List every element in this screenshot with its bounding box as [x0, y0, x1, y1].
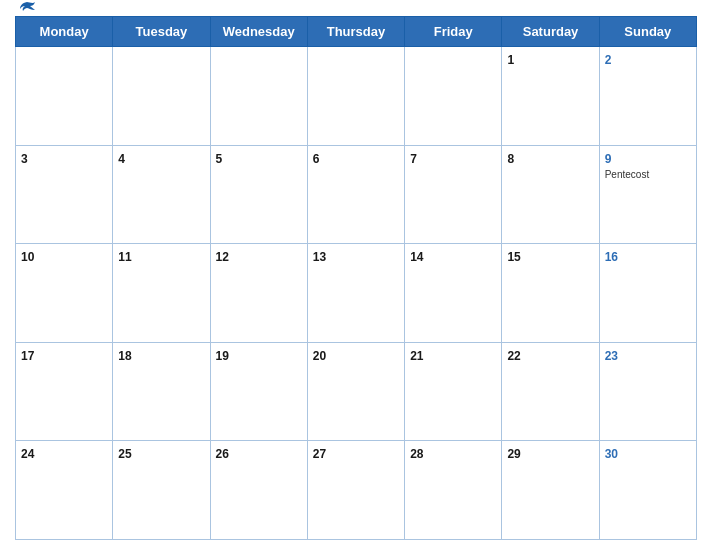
day-number: 6	[313, 152, 320, 166]
day-number: 18	[118, 349, 131, 363]
calendar-cell: 29	[502, 441, 599, 540]
week-row-3: 10111213141516	[16, 244, 697, 343]
day-number: 23	[605, 349, 618, 363]
day-number: 15	[507, 250, 520, 264]
calendar-cell: 25	[113, 441, 210, 540]
calendar-cell	[307, 47, 404, 146]
day-number: 3	[21, 152, 28, 166]
day-number: 24	[21, 447, 34, 461]
calendar-cell: 2	[599, 47, 696, 146]
calendar-cell: 14	[405, 244, 502, 343]
calendar-cell	[210, 47, 307, 146]
calendar-cell: 13	[307, 244, 404, 343]
day-number: 13	[313, 250, 326, 264]
day-number: 11	[118, 250, 131, 264]
calendar-cell: 21	[405, 342, 502, 441]
day-number: 7	[410, 152, 417, 166]
weekday-header-thursday: Thursday	[307, 17, 404, 47]
calendar-cell: 17	[16, 342, 113, 441]
weekday-header-sunday: Sunday	[599, 17, 696, 47]
weekday-header-friday: Friday	[405, 17, 502, 47]
calendar-cell: 27	[307, 441, 404, 540]
calendar-cell	[16, 47, 113, 146]
day-number: 1	[507, 53, 514, 67]
logo	[15, 0, 37, 20]
calendar-table: MondayTuesdayWednesdayThursdayFridaySatu…	[15, 16, 697, 540]
day-number: 21	[410, 349, 423, 363]
calendar-cell: 4	[113, 145, 210, 244]
day-number: 14	[410, 250, 423, 264]
calendar-cell: 6	[307, 145, 404, 244]
calendar-cell	[113, 47, 210, 146]
calendar-cell: 23	[599, 342, 696, 441]
calendar-cell: 3	[16, 145, 113, 244]
day-number: 26	[216, 447, 229, 461]
calendar-cell: 22	[502, 342, 599, 441]
day-number: 25	[118, 447, 131, 461]
logo-bird-icon	[17, 0, 37, 20]
calendar-cell: 1	[502, 47, 599, 146]
week-row-5: 24252627282930	[16, 441, 697, 540]
calendar-cell: 24	[16, 441, 113, 540]
day-number: 9	[605, 152, 612, 166]
calendar-cell: 5	[210, 145, 307, 244]
calendar-cell: 26	[210, 441, 307, 540]
day-number: 20	[313, 349, 326, 363]
calendar-cell: 15	[502, 244, 599, 343]
day-number: 12	[216, 250, 229, 264]
day-number: 17	[21, 349, 34, 363]
day-number: 2	[605, 53, 612, 67]
weekday-header-row: MondayTuesdayWednesdayThursdayFridaySatu…	[16, 17, 697, 47]
week-row-1: 12	[16, 47, 697, 146]
calendar-cell: 9Pentecost	[599, 145, 696, 244]
calendar-cell: 7	[405, 145, 502, 244]
day-number: 5	[216, 152, 223, 166]
calendar-cell: 30	[599, 441, 696, 540]
week-row-4: 17181920212223	[16, 342, 697, 441]
weekday-header-saturday: Saturday	[502, 17, 599, 47]
day-number: 28	[410, 447, 423, 461]
day-number: 30	[605, 447, 618, 461]
weekday-header-monday: Monday	[16, 17, 113, 47]
calendar-cell: 28	[405, 441, 502, 540]
day-number: 19	[216, 349, 229, 363]
week-row-2: 3456789Pentecost	[16, 145, 697, 244]
calendar-cell: 11	[113, 244, 210, 343]
day-number: 27	[313, 447, 326, 461]
day-number: 29	[507, 447, 520, 461]
day-number: 8	[507, 152, 514, 166]
day-number: 10	[21, 250, 34, 264]
calendar-cell: 19	[210, 342, 307, 441]
calendar-cell: 16	[599, 244, 696, 343]
calendar-cell: 18	[113, 342, 210, 441]
day-number: 16	[605, 250, 618, 264]
day-number: 22	[507, 349, 520, 363]
day-number: 4	[118, 152, 125, 166]
weekday-header-wednesday: Wednesday	[210, 17, 307, 47]
calendar-cell: 8	[502, 145, 599, 244]
calendar-cell: 12	[210, 244, 307, 343]
weekday-header-tuesday: Tuesday	[113, 17, 210, 47]
calendar-cell: 20	[307, 342, 404, 441]
event-label: Pentecost	[605, 169, 691, 180]
calendar-cell	[405, 47, 502, 146]
calendar-cell: 10	[16, 244, 113, 343]
